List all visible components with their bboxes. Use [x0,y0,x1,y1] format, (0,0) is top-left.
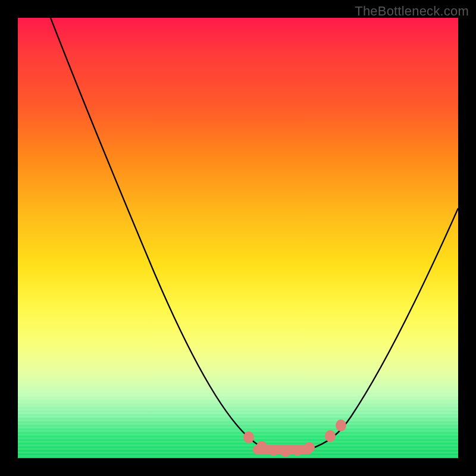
marker-left-edge [243,431,254,443]
bottleneck-curve [51,18,458,453]
marker-flat-bar [253,445,312,455]
chart-plot-area [18,18,458,458]
chart-svg [18,18,458,458]
marker-right-upper [336,419,346,431]
marker-right-lower [325,430,336,442]
watermark-text: TheBottleneck.com [355,4,469,19]
